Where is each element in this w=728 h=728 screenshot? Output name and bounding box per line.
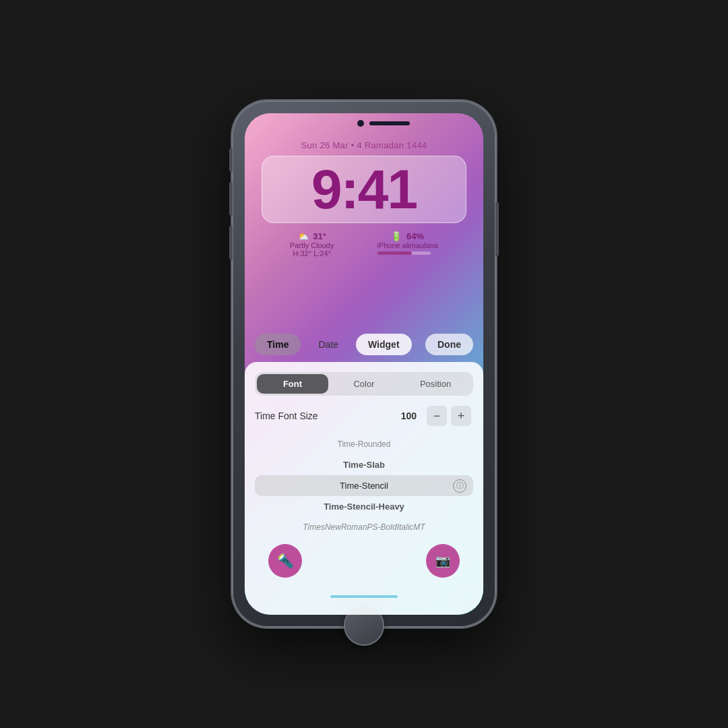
mute-button[interactable]	[229, 148, 233, 172]
info-icon[interactable]: ⓘ	[453, 479, 466, 493]
battery-bar	[377, 251, 431, 255]
font-size-label: Time Font Size	[255, 411, 401, 421]
tab-time[interactable]: Time	[255, 334, 301, 355]
increase-font-button[interactable]: +	[451, 406, 471, 426]
volume-down-button[interactable]	[229, 226, 233, 260]
flashlight-button[interactable]: 🔦	[268, 544, 302, 578]
weather-widget: ⛅ 31° Partly Cloudy H:32° L:24°	[290, 231, 334, 257]
bottom-panel: Time Date Widget Done	[245, 327, 483, 615]
phone-top-bar	[245, 113, 483, 133]
date-text: Sun 26 Mar • 4 Ramadan 1444	[258, 140, 470, 150]
decrease-font-button[interactable]: −	[427, 406, 447, 426]
sub-tab-font[interactable]: Font	[257, 374, 328, 394]
phone-screen: Sun 26 Mar • 4 Ramadan 1444 9:41 ⛅ 31° P…	[245, 113, 483, 615]
widgets-row: ⛅ 31° Partly Cloudy H:32° L:24° 🔋 64% iP…	[258, 231, 470, 257]
flashlight-icon: 🔦	[277, 553, 294, 569]
font-item-time-stencil[interactable]: Time-Stencil ⓘ	[255, 475, 473, 496]
font-size-row: Time Font Size 100 − +	[255, 406, 473, 426]
speaker-icon	[369, 121, 410, 125]
tab-done[interactable]: Done	[425, 334, 473, 355]
tab-date[interactable]: Date	[306, 334, 351, 355]
camera-icon: 📷	[435, 553, 450, 568]
clock-display: 9:41	[276, 162, 452, 217]
font-item-times-new-roman[interactable]: TimesNewRomanPS-BoldItalicMT	[255, 517, 473, 537]
volume-up-button[interactable]	[229, 182, 233, 216]
bottom-actions: 🔦 📷	[255, 537, 473, 591]
camera-dot-icon	[357, 120, 364, 127]
phone-frame: Sun 26 Mar • 4 Ramadan 1444 9:41 ⛅ 31° P…	[233, 101, 495, 627]
clock-container: 9:41	[262, 156, 466, 223]
font-item-time-stencil-heavy[interactable]: Time-Stencil-Heavy	[255, 496, 473, 517]
battery-icon: 🔋	[391, 231, 402, 241]
home-indicator	[330, 595, 398, 598]
weather-icon: ⛅	[298, 231, 309, 241]
battery-fill	[377, 251, 411, 255]
power-button[interactable]	[495, 202, 499, 256]
font-item-time-slab[interactable]: Time-Slab	[255, 454, 473, 475]
top-section: Sun 26 Mar • 4 Ramadan 1444 9:41 ⛅ 31° P…	[245, 113, 483, 270]
battery-widget: 🔋 64% iPhone alimaulana	[377, 231, 438, 257]
settings-panel: Font Color Position Time Font Size 100	[245, 362, 483, 615]
font-size-value: 100	[401, 411, 417, 421]
tab-bar: Time Date Widget Done	[245, 327, 483, 362]
font-item-time-rounded[interactable]: Time-Rounded	[255, 434, 473, 454]
sub-tab-color[interactable]: Color	[328, 374, 400, 394]
sub-tab-bar: Font Color Position	[255, 372, 473, 396]
tab-widget[interactable]: Widget	[356, 334, 412, 355]
camera-button[interactable]: 📷	[426, 544, 460, 578]
sub-tab-position[interactable]: Position	[400, 374, 471, 394]
font-list: Time-Rounded Time-Slab Time-Stencil ⓘ Ti…	[255, 434, 473, 537]
screen-content: Sun 26 Mar • 4 Ramadan 1444 9:41 ⛅ 31° P…	[245, 113, 483, 615]
